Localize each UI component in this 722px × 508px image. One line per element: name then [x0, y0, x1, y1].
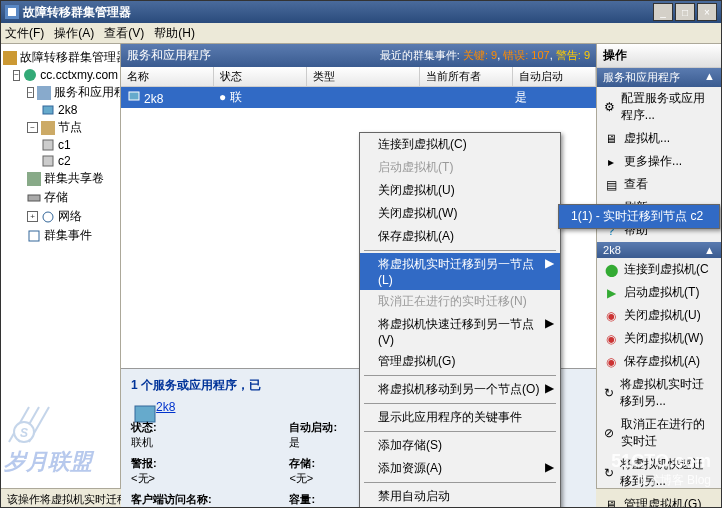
- svg-rect-4: [37, 86, 51, 100]
- maximize-button[interactable]: □: [675, 3, 695, 21]
- more-icon: ▸: [603, 154, 619, 170]
- action-shutdown[interactable]: ◉关闭虚拟机(U): [597, 304, 721, 327]
- tree-cluster[interactable]: − cc.cctxmy.com: [3, 67, 118, 83]
- ctx-move-group[interactable]: 将虚拟机移动到另一个节点(O)▶: [360, 378, 560, 401]
- events-icon: [27, 229, 41, 243]
- action-poweroff[interactable]: ◉关闭虚拟机(W): [597, 327, 721, 350]
- ctx-submenu-option[interactable]: 1(1) - 实时迁移到节点 c2: [559, 205, 719, 228]
- collapse-icon[interactable]: −: [13, 70, 20, 81]
- action-connect[interactable]: ⬤连接到虚拟机(C: [597, 258, 721, 281]
- tree-vm-2k8[interactable]: 2k8: [3, 102, 118, 118]
- menu-help[interactable]: 帮助(H): [154, 25, 195, 42]
- ctx-disable-auto[interactable]: 禁用自动启动: [360, 485, 560, 508]
- ctx-live-migrate[interactable]: 将虚拟机实时迁移到另一节点(L)▶: [360, 253, 560, 290]
- play-icon: ▶: [603, 285, 619, 301]
- chevron-right-icon: ▶: [545, 256, 554, 270]
- cluster-mgr-icon: [3, 51, 17, 65]
- actions-panel: 操作 服务和应用程序▲ ⚙配置服务或应用程序... 🖥虚拟机... ▸更多操作.…: [597, 44, 721, 488]
- lbl-client: 客户端访问名称:: [131, 493, 212, 505]
- main-title: 服务和应用程序: [127, 47, 211, 64]
- svg-rect-6: [41, 121, 55, 135]
- ctx-add-storage[interactable]: 添加存储(S): [360, 434, 560, 457]
- storage-icon: [27, 191, 41, 205]
- recent-events-summary[interactable]: 最近的群集事件: 关键: 9, 错误: 107, 警告: 9: [380, 48, 590, 63]
- ctx-quick-migrate[interactable]: 将虚拟机快速迁移到另一节点(V)▶: [360, 313, 560, 350]
- vm-icon: 🖥: [603, 131, 619, 147]
- stop-icon: ◉: [603, 308, 619, 324]
- tree-network[interactable]: + 网络: [3, 207, 118, 226]
- lbl-status: 状态:: [131, 421, 157, 433]
- main-panel: 服务和应用程序 最近的群集事件: 关键: 9, 错误: 107, 警告: 9 名…: [121, 44, 597, 488]
- connect-icon: ⬤: [603, 262, 619, 278]
- menu-view[interactable]: 查看(V): [104, 25, 144, 42]
- list-view: 名称 状态 类型 当前所有者 自动启动 2k8 ● 联 是: [121, 67, 596, 108]
- collapse-icon[interactable]: −: [27, 122, 38, 133]
- col-type[interactable]: 类型: [307, 67, 420, 86]
- svg-rect-8: [43, 156, 53, 166]
- tree-storage[interactable]: 存储: [3, 188, 118, 207]
- col-auto[interactable]: 自动启动: [513, 67, 596, 86]
- chevron-right-icon: ▶: [545, 460, 554, 474]
- ctx-shutdown[interactable]: 关闭虚拟机(U): [360, 179, 560, 202]
- network-icon: [41, 210, 55, 224]
- action-start[interactable]: ▶启动虚拟机(T): [597, 281, 721, 304]
- menu-file[interactable]: 文件(F): [5, 25, 44, 42]
- action-vm-sub[interactable]: 🖥虚拟机...: [597, 127, 721, 150]
- actions-section-2k8: 2k8▲: [597, 242, 721, 258]
- ctx-connect[interactable]: 连接到虚拟机(C): [360, 133, 560, 156]
- action-live-migrate[interactable]: ↻将虚拟机实时迁移到另...: [597, 373, 721, 413]
- gear-icon: ⚙: [603, 99, 616, 115]
- action-save[interactable]: ◉保存虚拟机(A): [597, 350, 721, 373]
- action-quick-migrate[interactable]: ↻将虚拟机快速迁移到另...: [597, 453, 721, 493]
- ctx-poweroff[interactable]: 关闭虚拟机(W): [360, 202, 560, 225]
- ctx-manage[interactable]: 管理虚拟机(G): [360, 350, 560, 373]
- col-status[interactable]: 状态: [214, 67, 307, 86]
- col-name[interactable]: 名称: [121, 67, 214, 86]
- manage-icon: 🖥: [603, 497, 619, 509]
- csv-icon: [27, 172, 41, 186]
- ctx-add-resource[interactable]: 添加资源(A)▶: [360, 457, 560, 480]
- tree-services[interactable]: − 服务和应用程序: [3, 83, 118, 102]
- col-owner[interactable]: 当前所有者: [420, 67, 513, 86]
- svg-rect-2: [3, 51, 17, 65]
- details-link[interactable]: 2k8: [156, 400, 175, 414]
- tree-events[interactable]: 群集事件: [3, 226, 118, 245]
- menu-bar: 文件(F) 操作(A) 查看(V) 帮助(H): [1, 23, 721, 44]
- ctx-start: 启动虚拟机(T): [360, 156, 560, 179]
- tree-node-c2[interactable]: c2: [3, 153, 118, 169]
- collapse-icon[interactable]: −: [27, 87, 34, 98]
- cluster-icon: [23, 68, 37, 82]
- action-more[interactable]: ▸更多操作...: [597, 150, 721, 173]
- svg-rect-9: [27, 172, 41, 186]
- minimize-button[interactable]: _: [653, 3, 673, 21]
- svg-rect-7: [43, 140, 53, 150]
- chevron-up-icon[interactable]: ▲: [704, 70, 715, 85]
- action-view[interactable]: ▤查看: [597, 173, 721, 196]
- action-cancel-migrate[interactable]: ⊘取消正在进行的实时迁: [597, 413, 721, 453]
- chevron-up-icon[interactable]: ▲: [704, 244, 715, 256]
- context-menu: 连接到虚拟机(C) 启动虚拟机(T) 关闭虚拟机(U) 关闭虚拟机(W) 保存虚…: [359, 132, 561, 508]
- tree-node-c1[interactable]: c1: [3, 137, 118, 153]
- lbl-alerts: 警报:: [131, 457, 157, 469]
- tree-nodes[interactable]: − 节点: [3, 118, 118, 137]
- lbl-storage: 存储:: [289, 457, 315, 469]
- title-bar: 故障转移群集管理器 _ □ ×: [1, 1, 721, 23]
- ctx-show-events[interactable]: 显示此应用程序的关键事件: [360, 406, 560, 429]
- svg-rect-12: [29, 231, 39, 241]
- svg-point-11: [43, 212, 53, 222]
- tree-root[interactable]: 故障转移群集管理器: [3, 48, 118, 67]
- action-manage[interactable]: 🖥管理虚拟机(G): [597, 493, 721, 508]
- action-configure[interactable]: ⚙配置服务或应用程序...: [597, 87, 721, 127]
- close-button[interactable]: ×: [697, 3, 717, 21]
- vm-large-icon: [131, 400, 145, 414]
- view-icon: ▤: [603, 177, 619, 193]
- ctx-save[interactable]: 保存虚拟机(A): [360, 225, 560, 248]
- vm-icon: [41, 103, 55, 117]
- list-row[interactable]: 2k8 ● 联 是: [121, 87, 596, 108]
- vm-icon: [127, 89, 141, 103]
- menu-action[interactable]: 操作(A): [54, 25, 94, 42]
- tree-csv[interactable]: 群集共享卷: [3, 169, 118, 188]
- actions-section-services: 服务和应用程序▲: [597, 68, 721, 87]
- services-icon: [37, 86, 51, 100]
- expand-icon[interactable]: +: [27, 211, 38, 222]
